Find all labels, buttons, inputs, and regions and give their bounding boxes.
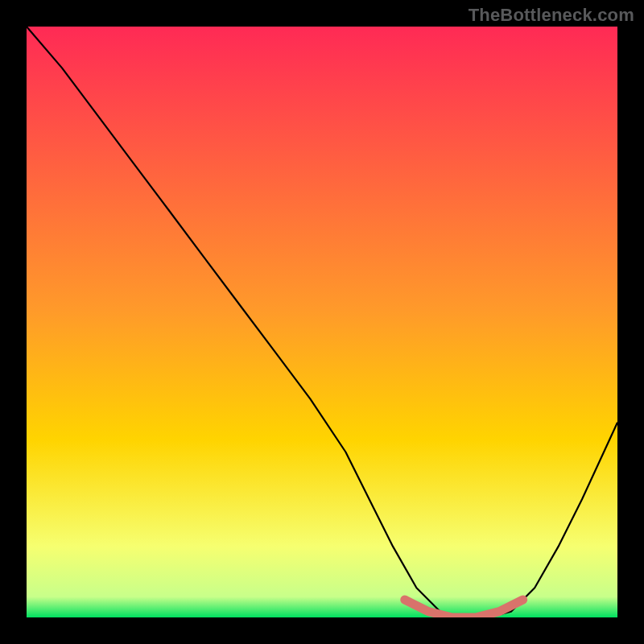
watermark-text: TheBottleneck.com <box>469 5 634 26</box>
plot-area <box>27 27 617 617</box>
chart-frame: TheBottleneck.com <box>0 0 644 644</box>
gradient-background <box>27 27 617 617</box>
bottleneck-chart <box>27 27 617 617</box>
